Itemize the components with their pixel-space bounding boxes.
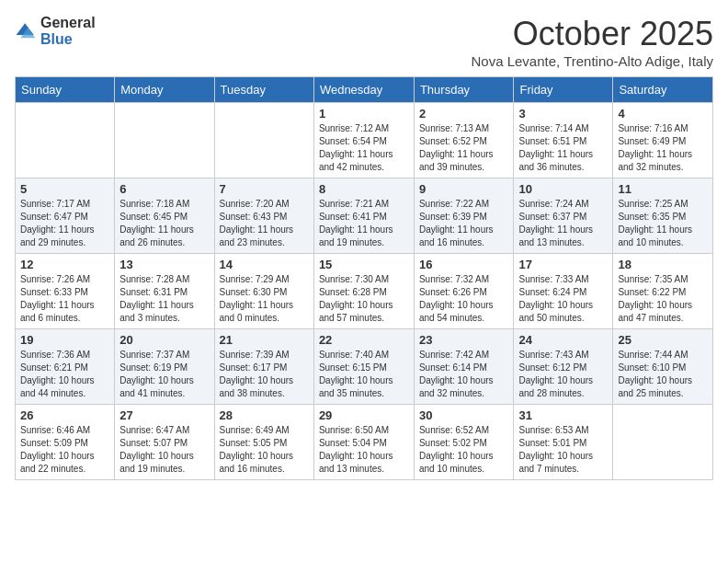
calendar-day-cell: 21Sunrise: 7:39 AMSunset: 6:17 PMDayligh… — [214, 329, 313, 405]
calendar-day-cell: 22Sunrise: 7:40 AMSunset: 6:15 PMDayligh… — [313, 329, 414, 405]
day-number: 2 — [419, 107, 509, 121]
calendar-day-cell: 19Sunrise: 7:36 AMSunset: 6:21 PMDayligh… — [16, 329, 115, 405]
day-info: Sunrise: 7:32 AMSunset: 6:26 PMDaylight:… — [419, 273, 509, 325]
day-number: 26 — [20, 408, 109, 422]
day-number: 14 — [220, 258, 309, 271]
day-number: 30 — [419, 408, 509, 422]
day-info: Sunrise: 6:50 AMSunset: 5:04 PMDaylight:… — [319, 424, 409, 476]
logo-general-text: General — [40, 15, 96, 31]
calendar-day-cell: 25Sunrise: 7:44 AMSunset: 6:10 PMDayligh… — [613, 329, 713, 405]
day-number: 24 — [518, 333, 608, 347]
day-number: 17 — [518, 258, 608, 271]
title-block: October 2025 Nova Levante, Trentino-Alto… — [472, 15, 714, 69]
day-info: Sunrise: 7:14 AMSunset: 6:51 PMDaylight:… — [518, 122, 608, 174]
day-header-saturday: Saturday — [613, 77, 713, 103]
day-info: Sunrise: 7:35 AMSunset: 6:22 PMDaylight:… — [618, 273, 708, 325]
day-info: Sunrise: 7:12 AMSunset: 6:54 PMDaylight:… — [319, 122, 409, 174]
day-info: Sunrise: 7:26 AMSunset: 6:33 PMDaylight:… — [20, 273, 109, 325]
calendar-table: SundayMondayTuesdayWednesdayThursdayFrid… — [15, 76, 713, 480]
calendar-day-cell: 11Sunrise: 7:25 AMSunset: 6:35 PMDayligh… — [613, 178, 713, 254]
day-number: 5 — [20, 182, 109, 196]
day-number: 16 — [419, 258, 509, 271]
day-info: Sunrise: 7:21 AMSunset: 6:41 PMDaylight:… — [319, 198, 409, 249]
calendar-day-cell: 14Sunrise: 7:29 AMSunset: 6:30 PMDayligh… — [214, 254, 313, 329]
day-info: Sunrise: 6:46 AMSunset: 5:09 PMDaylight:… — [20, 424, 109, 476]
calendar-week-row: 12Sunrise: 7:26 AMSunset: 6:33 PMDayligh… — [16, 254, 713, 329]
calendar-day-cell: 16Sunrise: 7:32 AMSunset: 6:26 PMDayligh… — [414, 254, 514, 329]
calendar-week-row: 19Sunrise: 7:36 AMSunset: 6:21 PMDayligh… — [16, 329, 713, 405]
day-info: Sunrise: 7:18 AMSunset: 6:45 PMDaylight:… — [119, 198, 209, 249]
day-number: 21 — [220, 333, 309, 347]
calendar-day-cell — [115, 103, 214, 178]
calendar-day-cell: 9Sunrise: 7:22 AMSunset: 6:39 PMDaylight… — [414, 178, 514, 254]
day-number: 9 — [419, 182, 509, 196]
day-number: 13 — [119, 258, 209, 271]
day-info: Sunrise: 7:39 AMSunset: 6:17 PMDaylight:… — [220, 349, 309, 400]
day-header-monday: Monday — [115, 77, 214, 103]
calendar-day-cell: 6Sunrise: 7:18 AMSunset: 6:45 PMDaylight… — [115, 178, 214, 254]
day-number: 19 — [20, 333, 109, 347]
calendar-day-cell: 7Sunrise: 7:20 AMSunset: 6:43 PMDaylight… — [214, 178, 313, 254]
day-number: 11 — [618, 182, 708, 196]
calendar-day-cell: 5Sunrise: 7:17 AMSunset: 6:47 PMDaylight… — [16, 178, 115, 254]
day-header-wednesday: Wednesday — [313, 77, 414, 103]
day-info: Sunrise: 6:47 AMSunset: 5:07 PMDaylight:… — [119, 424, 209, 476]
day-number: 12 — [20, 258, 109, 271]
day-number: 25 — [618, 333, 708, 347]
calendar-day-cell: 24Sunrise: 7:43 AMSunset: 6:12 PMDayligh… — [514, 329, 613, 405]
day-info: Sunrise: 7:43 AMSunset: 6:12 PMDaylight:… — [518, 349, 608, 400]
calendar-day-cell: 17Sunrise: 7:33 AMSunset: 6:24 PMDayligh… — [514, 254, 613, 329]
day-info: Sunrise: 7:42 AMSunset: 6:14 PMDaylight:… — [419, 349, 509, 400]
day-number: 18 — [618, 258, 708, 271]
calendar-day-cell: 20Sunrise: 7:37 AMSunset: 6:19 PMDayligh… — [115, 329, 214, 405]
calendar-week-row: 5Sunrise: 7:17 AMSunset: 6:47 PMDaylight… — [16, 178, 713, 254]
day-number: 10 — [518, 182, 608, 196]
calendar-header-row: SundayMondayTuesdayWednesdayThursdayFrid… — [16, 77, 713, 103]
calendar-day-cell: 30Sunrise: 6:52 AMSunset: 5:02 PMDayligh… — [414, 405, 514, 480]
calendar-day-cell — [214, 103, 313, 178]
calendar-week-row: 26Sunrise: 6:46 AMSunset: 5:09 PMDayligh… — [16, 405, 713, 480]
day-header-sunday: Sunday — [16, 77, 115, 103]
day-info: Sunrise: 7:16 AMSunset: 6:49 PMDaylight:… — [618, 122, 708, 174]
calendar-day-cell: 26Sunrise: 6:46 AMSunset: 5:09 PMDayligh… — [16, 405, 115, 480]
calendar-day-cell: 4Sunrise: 7:16 AMSunset: 6:49 PMDaylight… — [613, 103, 713, 178]
day-number: 6 — [119, 182, 209, 196]
day-number: 20 — [119, 333, 209, 347]
day-info: Sunrise: 7:36 AMSunset: 6:21 PMDaylight:… — [20, 349, 109, 400]
day-number: 31 — [518, 408, 608, 422]
calendar-day-cell: 27Sunrise: 6:47 AMSunset: 5:07 PMDayligh… — [115, 405, 214, 480]
day-number: 4 — [618, 107, 708, 121]
logo-icon — [15, 20, 37, 42]
day-info: Sunrise: 7:13 AMSunset: 6:52 PMDaylight:… — [419, 122, 509, 174]
day-header-friday: Friday — [514, 77, 613, 103]
day-info: Sunrise: 6:53 AMSunset: 5:01 PMDaylight:… — [518, 424, 608, 476]
day-info: Sunrise: 7:33 AMSunset: 6:24 PMDaylight:… — [518, 273, 608, 325]
calendar-day-cell: 28Sunrise: 6:49 AMSunset: 5:05 PMDayligh… — [214, 405, 313, 480]
day-number: 1 — [319, 107, 409, 121]
day-info: Sunrise: 7:25 AMSunset: 6:35 PMDaylight:… — [618, 198, 708, 249]
calendar-day-cell: 2Sunrise: 7:13 AMSunset: 6:52 PMDaylight… — [414, 103, 514, 178]
calendar-week-row: 1Sunrise: 7:12 AMSunset: 6:54 PMDaylight… — [16, 103, 713, 178]
calendar-day-cell: 8Sunrise: 7:21 AMSunset: 6:41 PMDaylight… — [313, 178, 414, 254]
day-number: 15 — [319, 258, 409, 271]
day-number: 7 — [220, 182, 309, 196]
day-info: Sunrise: 6:52 AMSunset: 5:02 PMDaylight:… — [419, 424, 509, 476]
logo-blue-text: Blue — [40, 31, 96, 48]
day-header-tuesday: Tuesday — [214, 77, 313, 103]
calendar-day-cell: 31Sunrise: 6:53 AMSunset: 5:01 PMDayligh… — [514, 405, 613, 480]
calendar-day-cell: 18Sunrise: 7:35 AMSunset: 6:22 PMDayligh… — [613, 254, 713, 329]
day-info: Sunrise: 7:29 AMSunset: 6:30 PMDaylight:… — [220, 273, 309, 325]
day-info: Sunrise: 7:20 AMSunset: 6:43 PMDaylight:… — [220, 198, 309, 249]
page-header: General Blue October 2025 Nova Levante, … — [15, 15, 713, 69]
month-title: October 2025 — [472, 15, 714, 53]
day-number: 8 — [319, 182, 409, 196]
day-info: Sunrise: 7:24 AMSunset: 6:37 PMDaylight:… — [518, 198, 608, 249]
day-info: Sunrise: 7:40 AMSunset: 6:15 PMDaylight:… — [319, 349, 409, 400]
day-number: 27 — [119, 408, 209, 422]
calendar-day-cell: 29Sunrise: 6:50 AMSunset: 5:04 PMDayligh… — [313, 405, 414, 480]
day-info: Sunrise: 7:30 AMSunset: 6:28 PMDaylight:… — [319, 273, 409, 325]
day-info: Sunrise: 7:37 AMSunset: 6:19 PMDaylight:… — [119, 349, 209, 400]
calendar-day-cell: 12Sunrise: 7:26 AMSunset: 6:33 PMDayligh… — [16, 254, 115, 329]
calendar-day-cell: 10Sunrise: 7:24 AMSunset: 6:37 PMDayligh… — [514, 178, 613, 254]
logo: General Blue — [15, 15, 96, 47]
